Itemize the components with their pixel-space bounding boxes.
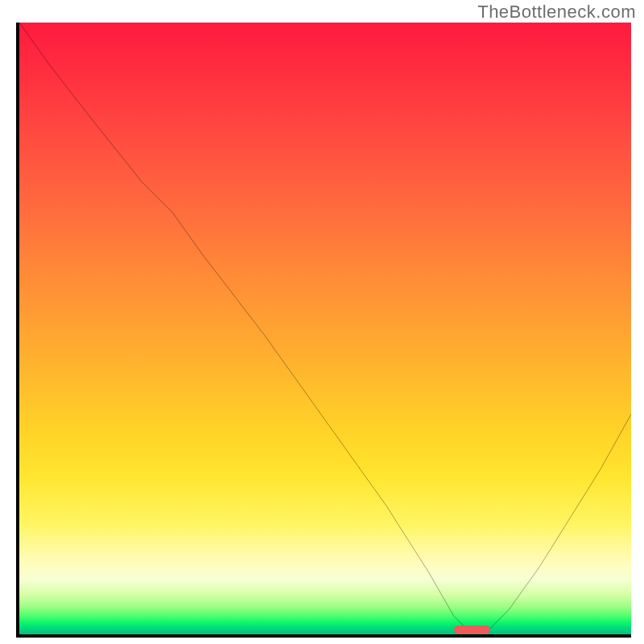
plot-area — [16, 23, 631, 638]
bottleneck-chart: TheBottleneck.com — [0, 0, 644, 644]
watermark-text: TheBottleneck.com — [477, 2, 636, 23]
bottleneck-curve — [19, 23, 631, 634]
optimal-range-marker — [454, 625, 491, 634]
